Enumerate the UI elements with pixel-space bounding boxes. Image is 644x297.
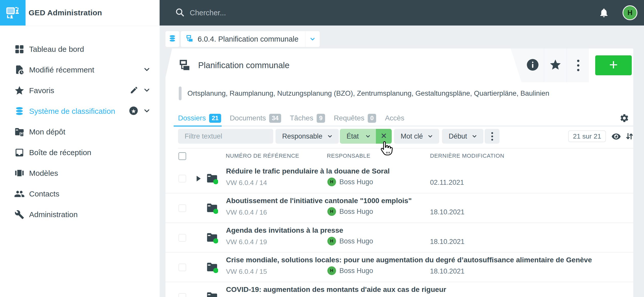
sidebar-item-favoris[interactable]: Favoris bbox=[0, 80, 160, 101]
inbox-icon bbox=[14, 147, 25, 158]
visibility-eye-icon[interactable] bbox=[611, 132, 621, 141]
sidebar: GED Administration Tableau de bord Modif… bbox=[0, 0, 160, 297]
filter-etat[interactable]: État bbox=[340, 129, 376, 144]
row-owner: H Boss Hugo bbox=[327, 266, 373, 275]
chevron-down-icon[interactable] bbox=[142, 106, 151, 116]
row-checkbox[interactable] bbox=[178, 234, 186, 242]
column-header-modification[interactable]: DERNIÈRE MODIFICATION bbox=[430, 148, 504, 164]
header-actions bbox=[511, 48, 589, 82]
row-owner: H Boss Hugo bbox=[327, 178, 373, 186]
settings-gear-icon[interactable] bbox=[619, 113, 629, 123]
table-row[interactable]: Réduire le trafic pendulaire à la douane… bbox=[165, 164, 633, 193]
row-reference: VW 6.0.4 / 15 bbox=[226, 268, 267, 276]
row-date: 18.10.2021 bbox=[430, 238, 464, 246]
owner-avatar: H bbox=[327, 237, 336, 245]
tab-requetes[interactable]: Requêtes 0 bbox=[334, 114, 376, 123]
chevron-down-icon bbox=[365, 133, 371, 140]
tab-count-badge: 0 bbox=[368, 114, 376, 123]
column-header-responsable[interactable]: RESPONSABLE bbox=[327, 148, 370, 164]
select-all-checkbox[interactable] bbox=[178, 152, 186, 160]
text-filter-input[interactable] bbox=[178, 129, 273, 144]
dashboard-icon bbox=[14, 44, 25, 55]
row-owner: H Boss Hugo bbox=[327, 237, 373, 245]
search-input[interactable] bbox=[190, 9, 496, 17]
row-date: 18.10.2021 bbox=[430, 208, 464, 216]
user-avatar[interactable]: H bbox=[623, 5, 637, 20]
expand-arrow-icon[interactable] bbox=[197, 176, 201, 181]
sidebar-item-tableau-de-bord[interactable]: Tableau de bord bbox=[0, 39, 160, 59]
row-date: 18.10.2021 bbox=[430, 267, 464, 275]
sidebar-item-contacts[interactable]: Contacts bbox=[0, 183, 160, 204]
global-search[interactable] bbox=[175, 7, 599, 18]
favorite-button[interactable] bbox=[544, 48, 567, 82]
sidebar-item-boite-de-reception[interactable]: Boîte de réception bbox=[0, 142, 160, 163]
folder-description: Ortsplanung, Raumplanung, Nutzungsplanun… bbox=[165, 82, 633, 105]
filter-mot-cle[interactable]: Mot clé bbox=[394, 129, 439, 144]
row-checkbox[interactable] bbox=[178, 204, 186, 212]
table-row[interactable]: Aboutissement de l'initiative cantonale … bbox=[165, 193, 633, 223]
kebab-menu-icon bbox=[491, 132, 493, 141]
folder-lock-icon bbox=[14, 127, 25, 137]
breadcrumb: 6.0.4. Planification communale bbox=[165, 31, 320, 47]
folder-icon bbox=[206, 173, 218, 184]
sort-icon[interactable] bbox=[625, 132, 634, 141]
tab-dossiers[interactable]: Dossiers 21 bbox=[178, 114, 221, 123]
owner-avatar: H bbox=[327, 178, 336, 186]
tab-bar: Dossiers 21 Documents 34 Tâches 9 Requêt… bbox=[165, 111, 633, 127]
chevron-down-icon[interactable] bbox=[142, 86, 151, 95]
row-title[interactable]: Crise mondiale, solutions locales: pour … bbox=[226, 256, 592, 264]
row-checkbox[interactable] bbox=[178, 175, 186, 182]
search-icon bbox=[175, 7, 185, 18]
breadcrumb-chevron-icon[interactable] bbox=[305, 31, 320, 47]
filter-etat-clear-button[interactable] bbox=[376, 129, 392, 144]
sidebar-item-administration[interactable]: Administration bbox=[0, 204, 160, 225]
column-header-reference[interactable]: NUMÉRO DE RÉFÉRENCE bbox=[226, 148, 299, 164]
filter-debut[interactable]: Début bbox=[442, 129, 483, 144]
row-title[interactable]: Aboutissement de l'initiative cantonale … bbox=[226, 197, 412, 205]
info-icon bbox=[526, 58, 539, 72]
document-clock-icon bbox=[14, 65, 25, 75]
favorite-badge-icon[interactable] bbox=[129, 106, 138, 117]
sidebar-item-mon-depot[interactable]: Mon dépôt bbox=[0, 121, 160, 142]
database-icon bbox=[14, 106, 25, 117]
info-button[interactable] bbox=[521, 48, 544, 82]
table-row[interactable]: COVID-19: augmentation des montants d'ai… bbox=[165, 282, 633, 297]
chevron-down-icon[interactable] bbox=[142, 65, 151, 75]
breadcrumb-node[interactable]: 6.0.4. Planification communale bbox=[181, 31, 320, 47]
row-title[interactable]: Agenda des invitations à la presse bbox=[226, 226, 343, 234]
row-title[interactable]: COVID-19: augmentation des montants d'ai… bbox=[226, 286, 446, 294]
folder-icon bbox=[206, 203, 218, 214]
folder-icon bbox=[206, 291, 218, 297]
row-checkbox[interactable] bbox=[178, 264, 186, 271]
more-filters-button[interactable] bbox=[485, 129, 499, 144]
table-row[interactable]: Agenda des invitations à la presse VW 6.… bbox=[165, 223, 633, 253]
tab-count-badge: 9 bbox=[317, 114, 325, 123]
templates-icon bbox=[14, 168, 25, 179]
folder-icon bbox=[206, 262, 218, 273]
row-owner: H Boss Hugo bbox=[327, 207, 373, 216]
row-reference: VW 6.0.4 / 14 bbox=[226, 179, 267, 187]
sidebar-item-modeles[interactable]: Modèles bbox=[0, 163, 160, 183]
tab-track bbox=[222, 126, 633, 127]
sidebar-item-modifie-recemment[interactable]: Modifié récemment bbox=[0, 59, 160, 80]
breadcrumb-root[interactable] bbox=[165, 31, 179, 47]
tab-documents[interactable]: Documents 34 bbox=[230, 114, 281, 123]
content-area: 6.0.4. Planification communale Planifica… bbox=[160, 26, 644, 297]
notifications-bell-icon[interactable] bbox=[599, 7, 609, 18]
chevron-down-icon bbox=[471, 133, 478, 140]
app-title: GED Administration bbox=[29, 0, 102, 26]
row-checkbox[interactable] bbox=[178, 293, 186, 297]
app-logo-icon[interactable] bbox=[0, 0, 26, 26]
edit-pencil-icon[interactable] bbox=[130, 86, 138, 95]
tab-count-badge: 34 bbox=[269, 114, 281, 123]
tab-acces[interactable]: Accès bbox=[385, 114, 404, 122]
filter-responsable[interactable]: Responsable bbox=[276, 129, 339, 144]
chevron-down-icon bbox=[327, 133, 333, 140]
database-icon bbox=[168, 34, 176, 44]
sidebar-item-systeme-de-classification[interactable]: Système de classification bbox=[0, 101, 160, 121]
row-title[interactable]: Réduire le trafic pendulaire à la douane… bbox=[226, 167, 390, 175]
tab-taches[interactable]: Tâches 9 bbox=[290, 114, 325, 123]
table-row[interactable]: Crise mondiale, solutions locales: pour … bbox=[165, 253, 633, 282]
add-button[interactable]: + bbox=[595, 55, 632, 75]
more-options-button[interactable] bbox=[567, 48, 589, 82]
